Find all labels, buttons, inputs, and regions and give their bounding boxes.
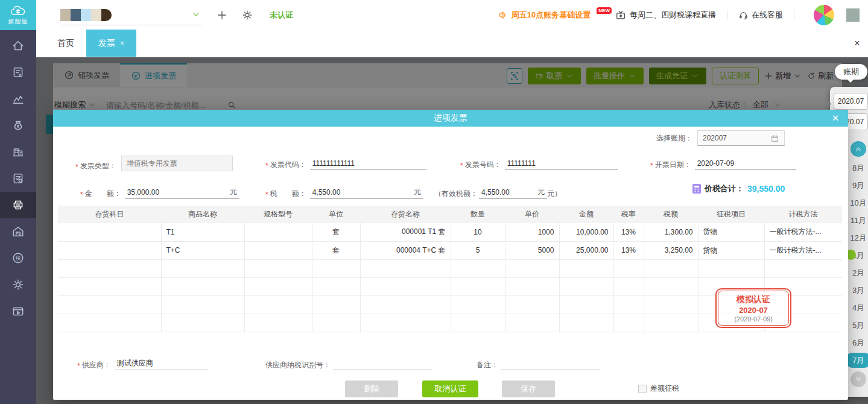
new-badge: NEW — [597, 7, 612, 14]
delete-button[interactable]: 删除 — [345, 380, 398, 397]
tab-home[interactable]: 首页 — [45, 30, 86, 57]
diff-tax-option: 差额征税 — [638, 383, 679, 394]
table-row[interactable] — [58, 259, 842, 277]
table-cell: 1000 — [505, 223, 559, 241]
remark-input[interactable] — [501, 357, 600, 370]
chevron-down-icon[interactable] — [191, 10, 201, 19]
table-cell — [161, 295, 244, 314]
cancel-certification-button[interactable]: 取消认证 — [422, 380, 478, 397]
add-company-icon[interactable] — [217, 10, 227, 21]
live-course-link[interactable]: NEW 每周二、四财税课程直播 — [597, 10, 716, 21]
table-cell — [244, 277, 312, 295]
period-value-input[interactable]: 202007 — [697, 130, 785, 146]
month-item-9月[interactable]: 9月 — [845, 178, 868, 193]
scroll-months-down-button[interactable] — [851, 371, 866, 387]
close-all-tabs-icon[interactable]: × — [851, 37, 863, 49]
save-button[interactable]: 保存 — [502, 380, 555, 397]
month-item-12月[interactable]: 12月 — [845, 230, 868, 245]
invoice-date-field: *开票日期： 2020-07-09 — [650, 157, 796, 170]
calendar-icon[interactable] — [770, 134, 779, 143]
month-label: 6月 — [852, 338, 864, 349]
invoice-code-field: *发票代码： 111111111111 — [265, 157, 426, 170]
month-label: 10月 — [850, 198, 866, 209]
valid-tax-input[interactable]: 4,550.00元 — [479, 186, 547, 199]
table-cell: 10,000.00 — [559, 223, 613, 241]
gear-icon[interactable] — [242, 10, 253, 21]
online-support-link[interactable]: 在线客服 — [738, 10, 783, 21]
month-item-6月[interactable]: 6月 — [845, 335, 868, 350]
online-support-text: 在线客服 — [752, 10, 783, 21]
month-item-11月[interactable]: 11月 — [845, 213, 868, 228]
table-row[interactable]: T1套000001 T1 套10100010,000.0013%1,300.00… — [58, 223, 842, 241]
tax-input[interactable]: 4,550.00元 — [310, 186, 423, 199]
announcement-link[interactable]: 周五10点账务基础设置 — [497, 10, 591, 21]
month-item-1月[interactable]: 1月 — [845, 248, 868, 263]
month-item-2月[interactable]: 2月 — [845, 265, 868, 280]
column-header-征税项目: 征税项目 — [698, 206, 764, 223]
period-input-top[interactable]: 2020.07 — [834, 93, 868, 110]
column-header-计税方法: 计税方法 — [764, 206, 842, 223]
month-label: 8月 — [852, 163, 864, 174]
app-logo[interactable]: 旗舰版 — [0, 0, 36, 30]
table-cell — [451, 277, 505, 295]
company-selector[interactable] — [60, 5, 202, 25]
column-header-存货科目: 存货科目 — [58, 206, 161, 223]
table-cell — [161, 277, 244, 295]
sidebar-item-company[interactable] — [0, 139, 36, 165]
month-item-7月[interactable]: 7月 — [845, 353, 868, 368]
column-header-数量: 数量 — [451, 206, 505, 223]
month-item-3月[interactable]: 3月 — [845, 283, 868, 298]
collapse-panel-icon[interactable]: » — [826, 98, 831, 108]
diff-tax-checkbox[interactable] — [638, 385, 647, 393]
top-bar: 未认证 周五10点账务基础设置 NEW 每周二、四财税课程直播 在线客服 — [36, 0, 868, 30]
table-cell — [451, 295, 505, 314]
certification-status[interactable]: 未认证 — [270, 10, 293, 21]
sidebar-item-inventory[interactable] — [0, 218, 36, 245]
sidebar-item-tutorial[interactable] — [0, 298, 36, 324]
invoice-date-input[interactable]: 2020-07-09 — [695, 157, 796, 170]
column-header-单价: 单价 — [505, 206, 559, 223]
user-avatar[interactable] — [814, 5, 834, 25]
speaker-icon — [497, 10, 508, 21]
table-cell — [613, 295, 644, 314]
table-cell: 套 — [312, 241, 360, 259]
sidebar-item-billing[interactable] — [0, 59, 36, 86]
invoice-number-input[interactable]: 11111111 — [505, 157, 618, 170]
invoice-code-input[interactable]: 111111111111 — [310, 157, 426, 170]
sidebar-item-funds[interactable] — [0, 112, 36, 139]
workspace-tile[interactable] — [846, 8, 860, 22]
month-label: 5月 — [852, 320, 864, 331]
modal-footer: 删除 取消认证 保存 差额征税 — [53, 380, 848, 397]
close-tab-icon[interactable]: × — [120, 39, 124, 48]
sidebar-item-statements[interactable] — [0, 165, 36, 192]
divider — [727, 10, 727, 21]
sidebar-item-invoice[interactable] — [0, 192, 36, 218]
supplier-input[interactable]: 测试供应商 — [115, 357, 208, 370]
sidebar-item-reports-chart[interactable] — [0, 86, 36, 112]
supplier-field: *供应商： 测试供应商 — [77, 357, 208, 370]
inventory-icon — [11, 225, 25, 238]
table-cell — [644, 295, 698, 314]
sidebar-item-home[interactable] — [0, 33, 36, 59]
table-cell — [644, 277, 698, 295]
column-header-商品名称: 商品名称 — [161, 206, 244, 223]
month-label: 7月 — [852, 355, 864, 366]
supplier-tax-id-input[interactable] — [333, 357, 432, 370]
sidebar-item-settings[interactable] — [0, 271, 36, 298]
scroll-months-up-button[interactable] — [851, 141, 866, 157]
column-header-税额: 税额 — [644, 206, 698, 223]
month-item-10月[interactable]: 10月 — [845, 195, 868, 210]
modal-close-icon[interactable]: ✕ — [830, 113, 841, 124]
tab-invoice[interactable]: 发票 × — [86, 30, 136, 57]
table-row[interactable]: T+C套000004 T+C 套5500025,000.0013%3,250.0… — [58, 241, 842, 259]
table-cell — [764, 259, 842, 277]
month-item-5月[interactable]: 5月 — [845, 318, 868, 333]
column-header-单位: 单位 — [312, 206, 360, 223]
month-item-4月[interactable]: 4月 — [845, 300, 868, 315]
month-label: 9月 — [852, 180, 864, 191]
table-cell — [360, 277, 451, 295]
month-item-8月[interactable]: 8月 — [845, 160, 868, 175]
amount-input[interactable]: 35,000.00元 — [125, 186, 239, 199]
table-cell: 5 — [451, 241, 505, 259]
sidebar-item-tax[interactable]: 税 — [0, 245, 36, 271]
